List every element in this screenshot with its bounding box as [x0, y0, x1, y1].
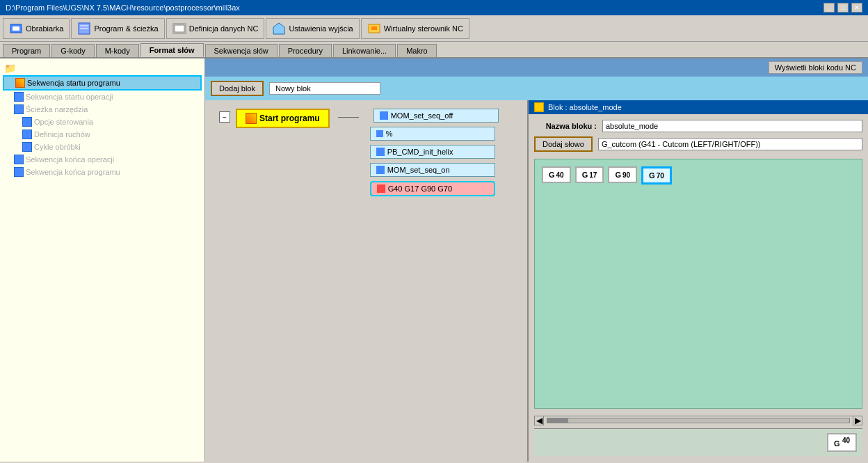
konca-prog-icon — [14, 167, 24, 177]
display-nc-btn[interactable]: Wyświetli bloki kodu NC — [769, 61, 862, 74]
obrabiarka-btn[interactable]: Obrabiarka — [3, 18, 70, 39]
word-g40[interactable]: G 40 — [542, 166, 571, 183]
add-block-bar: Dodaj blok — [205, 77, 868, 100]
definicja-ruch-icon — [22, 130, 32, 139]
word-dropdown[interactable]: G_cutcom (G41 - Cutcom (LEFT/RIGHT/OFF)) — [598, 138, 862, 150]
tab-linkowanie[interactable]: Linkowanie... — [333, 44, 396, 57]
block-header: Wyświetli bloki kodu NC — [205, 58, 868, 77]
expand-btn[interactable]: − — [219, 111, 230, 123]
sequence-list: MOM_set_seq_off % PB_C — [370, 109, 499, 196]
cmd-icon-3 — [376, 166, 385, 174]
tab-g-kody[interactable]: G-kody — [51, 44, 94, 57]
definicja-icon — [172, 22, 186, 36]
definicja-btn[interactable]: Definicja danych NC — [166, 18, 265, 39]
tree-item-sciezka[interactable]: Ścieżka narzędzia — [3, 103, 202, 116]
scrollbar-track[interactable] — [547, 418, 850, 423]
word-g90[interactable]: G 90 — [608, 166, 637, 183]
name-label: Nazwa bloku : — [534, 122, 597, 130]
seq-pb-cmd[interactable]: PB_CMD_init_helix — [370, 145, 495, 159]
opcje-icon — [22, 117, 32, 127]
svg-marker-7 — [273, 23, 284, 34]
tab-bar: Program G-kody M-kody Format słów Sekwen… — [0, 42, 868, 58]
close-btn[interactable]: ✕ — [851, 3, 862, 13]
word-area: G 40 G 17 G 90 G 70 — [534, 159, 862, 409]
main-content: 📁 Sekwencja startu programu Sekwencja st… — [0, 58, 868, 462]
dialog-name-row: Nazwa bloku : — [534, 120, 862, 132]
bottom-preview: G 40 — [534, 428, 862, 456]
tree-item-cykle[interactable]: Cykle obróbki — [3, 141, 202, 153]
obrabiarka-icon — [9, 22, 23, 36]
minimize-btn[interactable]: _ — [823, 3, 835, 13]
sequences-area: − Start programu — [205, 100, 868, 462]
add-block-btn[interactable]: Dodaj blok — [211, 81, 264, 96]
ustawienia-btn[interactable]: Ustawienia wyjścia — [266, 18, 359, 39]
cykle-icon — [22, 142, 32, 152]
program-icon — [77, 22, 91, 36]
sciezka-icon — [14, 104, 24, 114]
blok-dialog: Blok : absolute_mode Nazwa bloku : Dodaj… — [527, 100, 868, 462]
tree-root[interactable]: 📁 — [3, 61, 202, 75]
seq-start-icon — [15, 78, 25, 88]
dialog-addword-row: Dodaj słowo G_cutcom (G41 - Cutcom (LEFT… — [534, 136, 862, 152]
tree-item-sekwencja-startu-op[interactable]: Sekwencja startu operacji — [3, 91, 202, 103]
dialog-body: Nazwa bloku : Dodaj słowo G_cutcom (G41 … — [529, 114, 868, 462]
name-input[interactable] — [602, 120, 862, 132]
seq-op-icon — [14, 92, 24, 102]
konca-op-icon — [14, 155, 24, 164]
program-sciezka-btn[interactable]: Program & ścieżka — [71, 18, 164, 39]
tree-item-sekwencja-startu[interactable]: Sekwencja startu programu — [3, 75, 202, 91]
dialog-title-bar: Blok : absolute_mode — [529, 100, 868, 114]
svg-rect-1 — [13, 26, 19, 31]
svg-rect-9 — [371, 26, 377, 30]
right-panel: Wyświetli bloki kodu NC Dodaj blok − Sta… — [205, 58, 868, 462]
percent-icon — [376, 130, 383, 137]
wirtualny-btn[interactable]: Wirtualny sterownik NC — [361, 18, 469, 39]
tree-item-sekwencja-konca-prog[interactable]: Sekwencja końca programu — [3, 166, 202, 178]
add-word-btn[interactable]: Dodaj słowo — [534, 136, 593, 152]
dialog-icon — [534, 102, 544, 112]
svg-rect-6 — [175, 25, 184, 32]
scroll-right-btn[interactable]: ▶ — [853, 416, 862, 425]
seq-percent[interactable]: % — [370, 127, 495, 141]
wirtualny-icon — [367, 22, 381, 36]
tab-format-slow[interactable]: Format słów — [140, 43, 204, 57]
tab-sekwencja-slow[interactable]: Sekwencja słów — [205, 44, 278, 57]
seq-g40-g17-g90-g70[interactable]: G40 G17 G90 G70 — [370, 181, 495, 196]
tree-item-sekwencja-konca-op[interactable]: Sekwencja końca operacji — [3, 153, 202, 166]
folder-icon: 📁 — [4, 63, 16, 74]
scroll-left-btn[interactable]: ◀ — [534, 416, 544, 425]
cmd-icon-1 — [380, 111, 388, 120]
tree-item-definicja[interactable]: Definicja ruchów — [3, 128, 202, 141]
main-toolbar: Obrabiarka Program & ścieżka Definicja d… — [0, 15, 868, 42]
title-controls: _ □ ✕ — [823, 3, 862, 13]
seq-mom-set-seq-on[interactable]: MOM_set_seq_on — [370, 163, 495, 177]
tab-program[interactable]: Program — [3, 44, 50, 57]
title-bar: D:\Program Files\UGS\NX 7.5\MACH\resourc… — [0, 0, 868, 15]
ustawienia-icon — [272, 22, 286, 36]
word-g17[interactable]: G 17 — [575, 166, 604, 183]
seq-mom-set-seq-off[interactable]: MOM_set_seq_off — [373, 109, 499, 123]
title-text: D:\Program Files\UGS\NX 7.5\MACH\resourc… — [6, 3, 240, 12]
start-program-block[interactable]: Start programu — [236, 109, 330, 128]
tree-panel: 📁 Sekwencja startu programu Sekwencja st… — [0, 58, 205, 462]
start-icon — [246, 113, 257, 124]
preview-block: G 40 — [827, 433, 857, 452]
horizontal-scrollbar[interactable]: ◀ ▶ — [534, 416, 862, 424]
tab-m-kody[interactable]: M-kody — [96, 44, 139, 57]
maximize-btn[interactable]: □ — [837, 3, 849, 13]
word-g70[interactable]: G 70 — [641, 166, 672, 185]
tab-procedury[interactable]: Procedury — [279, 44, 332, 57]
cmd-icon-2 — [376, 148, 385, 156]
new-block-input[interactable] — [269, 82, 380, 95]
tab-makro[interactable]: Makro — [397, 44, 437, 57]
tree-item-opcje[interactable]: Opcje sterowania — [3, 116, 202, 128]
block-icon — [377, 185, 385, 193]
